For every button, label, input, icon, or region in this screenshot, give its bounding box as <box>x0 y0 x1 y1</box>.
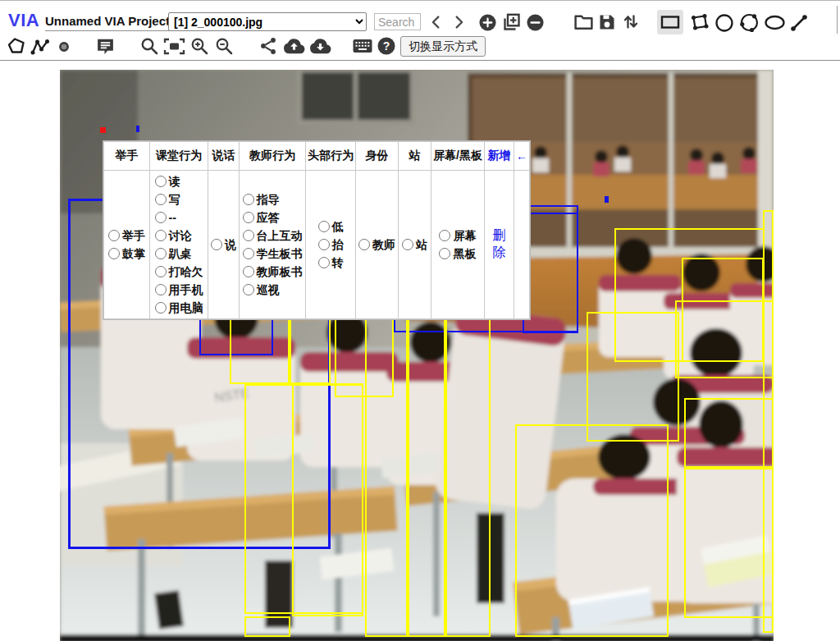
region-box-yellow[interactable] <box>244 384 363 614</box>
radio-option-teacher-behavior[interactable]: 巡视 <box>243 281 303 299</box>
rect-shape-tool[interactable] <box>657 10 683 34</box>
point-circle-shape-tool[interactable] <box>738 11 760 34</box>
radio-class-behavior[interactable] <box>155 302 167 314</box>
add-files-button[interactable] <box>478 13 497 32</box>
radio-teacher-behavior[interactable] <box>243 230 254 241</box>
radio-option-class-behavior[interactable]: 写 <box>155 190 203 208</box>
region-box-yellow[interactable] <box>515 424 669 637</box>
radio-class-behavior[interactable] <box>155 284 167 295</box>
radio-option-identity[interactable]: 教师 <box>358 236 395 254</box>
radio-option-class-behavior[interactable]: 趴桌 <box>155 245 203 263</box>
ellipse-shape-tool[interactable] <box>764 15 786 30</box>
attribute-header-collapse[interactable]: ← <box>514 142 529 171</box>
region-box-yellow[interactable] <box>587 312 679 442</box>
project-title[interactable]: Unnamed VIA Project <box>45 14 173 31</box>
radio-option-class-behavior[interactable]: 读 <box>155 172 203 190</box>
region-marker-red[interactable] <box>100 127 106 133</box>
radio-option-head-behavior[interactable]: 转 <box>318 254 344 272</box>
region-box-yellow[interactable] <box>230 315 290 384</box>
radio-option-standing[interactable]: 站 <box>402 236 427 254</box>
radio-option-class-behavior[interactable]: 用电脑 <box>155 299 203 317</box>
download-annotations-button[interactable] <box>309 37 331 55</box>
help-button[interactable]: ? <box>377 36 396 56</box>
next-image-button[interactable] <box>450 13 468 31</box>
radio-option-head-behavior[interactable]: 抬 <box>318 236 344 254</box>
remove-file-button[interactable] <box>526 13 545 32</box>
share-button[interactable] <box>258 36 278 56</box>
prev-image-button[interactable] <box>427 13 445 31</box>
radio-raise-hand[interactable] <box>108 248 120 259</box>
radio-standing[interactable] <box>402 239 413 250</box>
zoom-in-button[interactable] <box>189 36 209 56</box>
radio-class-behavior[interactable] <box>155 212 167 223</box>
radio-class-behavior[interactable] <box>155 248 167 259</box>
region-box-yellow[interactable] <box>684 468 774 618</box>
image-search-button[interactable] <box>139 36 159 56</box>
radio-teacher-behavior[interactable] <box>243 248 254 259</box>
radio-option-teacher-behavior[interactable]: 指导 <box>243 190 303 208</box>
save-icon <box>597 12 617 32</box>
radio-speaking[interactable] <box>211 239 222 250</box>
radio-identity[interactable] <box>358 239 370 250</box>
radio-teacher-behavior[interactable] <box>243 194 254 205</box>
radio-option-teacher-behavior[interactable]: 应答 <box>243 208 303 227</box>
region-box-yellow[interactable] <box>445 315 491 637</box>
region-marker-blue[interactable] <box>605 196 609 203</box>
polygon-shape-tool[interactable] <box>6 36 27 57</box>
region-box-yellow[interactable] <box>408 312 445 637</box>
radio-screen-board[interactable] <box>439 230 450 241</box>
radio-option-class-behavior[interactable]: 用手机 <box>155 281 203 299</box>
toggle-display-mode-button[interactable]: 切换显示方式 <box>400 36 486 57</box>
radio-class-behavior[interactable] <box>155 266 167 277</box>
radio-option-class-behavior[interactable]: 打哈欠 <box>155 263 203 281</box>
radio-raise-hand[interactable] <box>108 230 120 241</box>
radio-teacher-behavior[interactable] <box>243 284 254 295</box>
radio-option-teacher-behavior[interactable]: 教师板书 <box>243 263 303 281</box>
radio-class-behavior[interactable] <box>155 230 167 241</box>
radio-option-class-behavior[interactable]: 讨论 <box>155 227 203 245</box>
region-box-yellow[interactable] <box>675 300 774 378</box>
polyline-shape-tool[interactable] <box>30 36 52 57</box>
open-project-button[interactable] <box>573 13 594 31</box>
radio-teacher-behavior[interactable] <box>243 266 254 277</box>
import-export-button[interactable] <box>621 11 641 32</box>
point-shape-tool[interactable] <box>58 41 70 53</box>
region-marker-blue[interactable] <box>136 126 139 132</box>
radio-option-speaking[interactable]: 说 <box>211 236 236 254</box>
radio-option-raise-hand[interactable]: 鼓掌 <box>108 245 145 263</box>
region-box-yellow[interactable] <box>244 616 290 637</box>
radio-option-screen-board[interactable]: 屏幕 <box>439 227 476 245</box>
radio-option-head-behavior[interactable]: 低 <box>318 217 344 236</box>
radio-option-teacher-behavior[interactable]: 学生板书 <box>243 245 303 263</box>
radio-option-raise-hand[interactable]: 举手 <box>108 227 145 245</box>
attribute-header-screen-board: 屏幕/黑板 <box>431 142 485 171</box>
annotation-editor-toggle[interactable] <box>95 36 116 57</box>
radio-class-behavior[interactable] <box>155 176 167 187</box>
radio-head-behavior[interactable] <box>318 257 330 268</box>
radio-head-behavior[interactable] <box>318 239 330 250</box>
keyboard-shortcuts-button[interactable] <box>352 38 373 54</box>
region-box-yellow[interactable] <box>365 306 408 637</box>
search-input[interactable] <box>374 13 421 30</box>
quad-shape-tool[interactable] <box>689 11 710 33</box>
radio-option-teacher-behavior[interactable]: 台上互动 <box>243 227 303 245</box>
radio-head-behavior[interactable] <box>318 221 330 232</box>
file-selector-dropdown[interactable]: [1] 2_000100.jpg <box>168 12 367 31</box>
line-shape-tool[interactable] <box>788 12 810 34</box>
region-box-yellow[interactable] <box>684 398 774 468</box>
circle-shape-tool[interactable] <box>714 13 734 33</box>
radio-option-class-behavior[interactable]: -- <box>155 208 203 227</box>
fit-image-button[interactable] <box>163 38 185 55</box>
save-project-button[interactable] <box>597 12 617 32</box>
delete-region-link[interactable]: 删除 <box>492 228 505 259</box>
upload-annotations-button[interactable] <box>283 37 305 55</box>
radio-teacher-behavior[interactable] <box>243 212 254 223</box>
zoom-out-button[interactable] <box>214 36 234 56</box>
radio-class-behavior[interactable] <box>155 194 167 205</box>
region-box-yellow[interactable] <box>763 210 774 633</box>
add-files-from-list-button[interactable] <box>501 12 521 32</box>
radio-screen-board[interactable] <box>439 248 450 259</box>
attribute-header-add-new[interactable]: 新增 <box>484 142 514 171</box>
radio-option-screen-board[interactable]: 黑板 <box>439 245 476 263</box>
region-box-yellow[interactable] <box>290 315 331 384</box>
